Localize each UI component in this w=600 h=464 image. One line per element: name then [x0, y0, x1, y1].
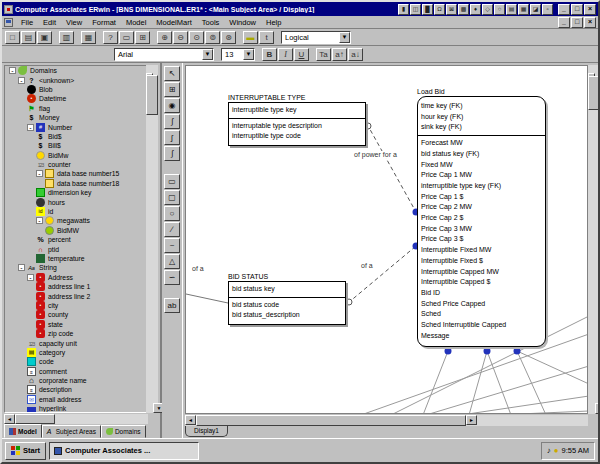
mdi-restore-button[interactable]: □	[571, 17, 583, 28]
tree-item-datetime[interactable]: Datetime	[5, 94, 147, 103]
attribute-tool-icon[interactable]: ◉	[164, 98, 180, 113]
titlebar-tool-icon[interactable]: ○	[494, 4, 505, 15]
entity-tool-icon[interactable]: ⊞	[164, 82, 180, 97]
tree-item-flag[interactable]: flag	[5, 104, 147, 113]
scroll-thumb[interactable]	[146, 75, 158, 115]
titlebar-tool-icon[interactable]: ▫	[542, 4, 553, 15]
tree-item-temperature[interactable]: temperature	[5, 254, 147, 263]
maximize-button[interactable]: □	[571, 4, 583, 15]
tree-item-city[interactable]: city	[5, 301, 147, 310]
diagram-canvas[interactable]: INTERRUPTABLE TYPE interruptible type ke…	[185, 65, 588, 414]
menu-edit[interactable]: Edit	[38, 18, 61, 27]
tree-item-hours[interactable]: hours	[5, 197, 147, 206]
status-icon[interactable]: ●	[554, 446, 559, 456]
tree-item-email-address[interactable]: email address	[5, 395, 147, 404]
tree-item-bid[interactable]: Bid$	[5, 132, 147, 141]
menu-view[interactable]: View	[61, 18, 87, 27]
titlebar-tool-icon[interactable]: ▩	[458, 4, 469, 15]
titlebar-tool-icon[interactable]: ◫	[410, 4, 421, 15]
tree-item-percent[interactable]: percent	[5, 235, 147, 244]
font-size-select[interactable]: 13 ▼	[221, 48, 255, 61]
new-icon[interactable]: □	[5, 31, 20, 44]
bold-icon[interactable]: B	[262, 48, 277, 61]
save-icon[interactable]: ▣	[37, 31, 52, 44]
view-mode-select[interactable]: Logical ▼	[281, 31, 351, 44]
titlebar-tool-icon[interactable]: ▤	[506, 4, 517, 15]
entity-bid-status[interactable]: BID STATUS bid status keybid status code…	[228, 272, 346, 325]
font-up-icon[interactable]: a↑	[332, 48, 347, 61]
manymany-relationship-icon[interactable]: ∫	[164, 146, 180, 161]
titlebar-tool-icon[interactable]: ▦	[518, 4, 529, 15]
tree-item-ptid[interactable]: ptid	[5, 244, 147, 253]
expand-icon[interactable]: -	[18, 77, 25, 84]
taskbar-item-erwin[interactable]: Computer Associates ...	[49, 442, 199, 460]
tree-item-money[interactable]: Money	[5, 113, 147, 122]
scroll-thumb[interactable]	[588, 76, 600, 110]
tree-item-county[interactable]: county	[5, 310, 147, 319]
relationship-label[interactable]: of a	[192, 265, 204, 272]
zoom-area-icon[interactable]: ⊛	[221, 31, 236, 44]
tab-subject-areas[interactable]: ASubject Areas	[42, 425, 101, 438]
tree-item-comment[interactable]: comment	[5, 367, 147, 376]
text-height-icon[interactable]: t	[259, 31, 274, 44]
tree-item-category[interactable]: category	[5, 348, 147, 357]
tree-item-address[interactable]: -Address	[5, 273, 147, 282]
fill-color-icon[interactable]: ▬	[243, 31, 258, 44]
tree-item-zip-code[interactable]: zip code	[5, 329, 147, 338]
zoom-out-icon[interactable]: ⊖	[173, 31, 188, 44]
underline-icon[interactable]: U	[294, 48, 309, 61]
tree-item-megawatts[interactable]: -megawatts	[5, 216, 147, 225]
tree-item-dimension-key[interactable]: dimension key	[5, 188, 147, 197]
italic-icon[interactable]: I	[278, 48, 293, 61]
print-icon[interactable]: ▥	[59, 31, 74, 44]
identifying-relationship-icon[interactable]: ∫	[164, 114, 180, 129]
tree-item-number[interactable]: -Number	[5, 122, 147, 131]
font-down-icon[interactable]: a↓	[348, 48, 363, 61]
font-name-select[interactable]: Arial ▼	[114, 48, 214, 61]
zoom-100-icon[interactable]: ⊙	[189, 31, 204, 44]
sidebar-horizontal-scrollbar[interactable]: ◄	[4, 414, 148, 424]
copy-icon[interactable]: ▦	[81, 31, 96, 44]
scroll-left-icon[interactable]: ◄	[185, 415, 196, 425]
tree-item-counter[interactable]: counter	[5, 160, 147, 169]
minimize-button[interactable]: _	[558, 4, 570, 15]
tree-item-domains[interactable]: -Domains	[5, 66, 147, 75]
expand-icon[interactable]: -	[27, 124, 34, 131]
text-tool-icon[interactable]: ab	[164, 298, 180, 313]
titlebar-tool-icon[interactable]: Ω	[434, 4, 445, 15]
tree-item-corporate-name[interactable]: corporate name	[5, 376, 147, 385]
chevron-down-icon[interactable]: ▼	[243, 49, 254, 60]
tree-item-data-base-number18[interactable]: data base number18	[5, 179, 147, 188]
expand-icon[interactable]: -	[36, 217, 43, 224]
polygon-tool-icon[interactable]: △	[164, 254, 180, 269]
tree-item-bidmw[interactable]: BidMw	[5, 151, 147, 160]
tree-item-id[interactable]: id	[5, 207, 147, 216]
menu-tools[interactable]: Tools	[197, 18, 225, 27]
chevron-down-icon[interactable]: ▼	[202, 49, 213, 60]
tab-display1[interactable]: Display1	[185, 426, 228, 437]
titlebar-tool-icon[interactable]: ▮	[398, 4, 409, 15]
canvas-horizontal-scrollbar[interactable]: ◄ ►	[185, 415, 588, 426]
chevron-down-icon[interactable]: ▼	[339, 32, 350, 43]
menu-model[interactable]: Model	[121, 18, 151, 27]
volume-icon[interactable]: ♪	[547, 446, 551, 456]
mdi-close-button[interactable]: ×	[584, 17, 596, 28]
tree-item-hyperlink[interactable]: hyperlink	[5, 404, 147, 413]
scroll-right-icon[interactable]: ►	[466, 415, 477, 425]
app-icon[interactable]	[4, 5, 13, 14]
window-icon[interactable]: ▭	[119, 31, 134, 44]
open-icon[interactable]: ▤	[21, 31, 36, 44]
tab-domains[interactable]: Domains	[101, 425, 146, 438]
tree-item-bidmw[interactable]: BidMW	[5, 226, 147, 235]
pointer-icon[interactable]: ↖	[164, 66, 180, 81]
menu-format[interactable]: Format	[87, 18, 121, 27]
entity-interruptable-type[interactable]: INTERRUPTABLE TYPE interruptible type ke…	[228, 93, 366, 146]
tree-item-data-base-number15[interactable]: -data base number15	[5, 169, 147, 178]
expand-icon[interactable]: -	[9, 67, 16, 74]
entity-load-bid[interactable]: Load Bid time key (FK)hour key (FK)sink …	[417, 87, 546, 347]
relationship-label[interactable]: of power for a	[354, 151, 397, 158]
help-icon[interactable]: ?	[103, 31, 118, 44]
tree-item-address-line-2[interactable]: address line 2	[5, 291, 147, 300]
zoom-in-icon[interactable]: ⊕	[157, 31, 172, 44]
start-button[interactable]: Start	[5, 442, 46, 460]
